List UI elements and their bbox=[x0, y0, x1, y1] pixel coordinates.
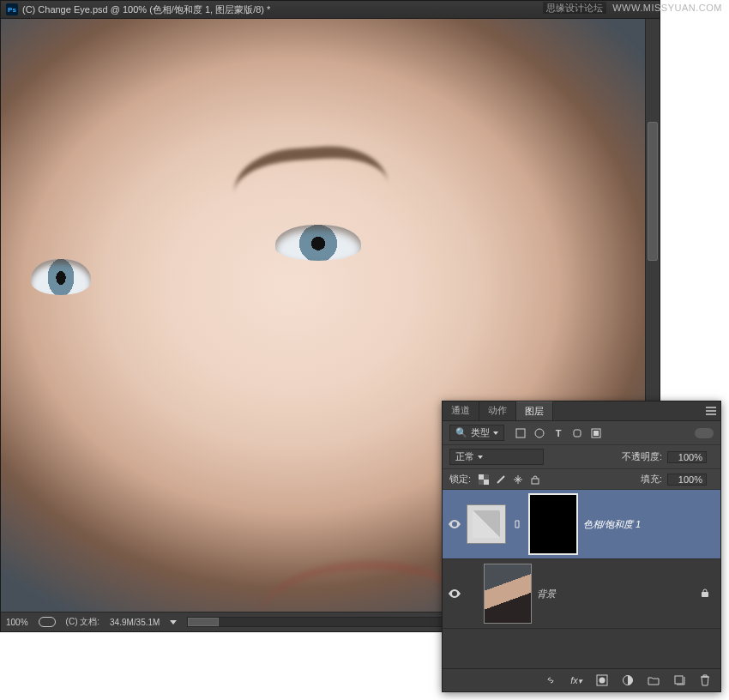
status-doc-label: (C) 文档: bbox=[66, 616, 99, 628]
fill-label: 填充: bbox=[641, 473, 662, 486]
layer-row-hue-saturation[interactable]: 色相/饱和度 1 bbox=[443, 490, 720, 559]
layer-filter-icons: T bbox=[515, 427, 602, 439]
chevron-down-icon bbox=[478, 456, 483, 459]
panel-menu-button[interactable] bbox=[702, 401, 720, 420]
chevron-down-icon bbox=[493, 431, 498, 435]
svg-rect-4 bbox=[593, 431, 599, 436]
lock-transparency-icon[interactable] bbox=[478, 474, 490, 486]
panel-tabs: 通道 动作 图层 bbox=[443, 401, 720, 421]
layers-panel: 通道 动作 图层 🔍 类型 T 正常 不透明度: 100% bbox=[442, 401, 721, 692]
tab-layers[interactable]: 图层 bbox=[516, 401, 553, 420]
link-icon[interactable] bbox=[513, 518, 521, 530]
watermark-site: 思缘设计论坛 bbox=[543, 2, 606, 14]
svg-rect-2 bbox=[574, 430, 581, 437]
photo-detail bbox=[275, 225, 361, 261]
lock-row: 锁定: 填充: 100% bbox=[443, 469, 720, 490]
blend-mode-value: 正常 bbox=[455, 450, 474, 463]
lock-position-icon[interactable] bbox=[512, 474, 524, 486]
fill-value: 100% bbox=[678, 474, 702, 485]
new-group-button[interactable] bbox=[647, 673, 660, 687]
filter-toggle[interactable] bbox=[695, 428, 714, 438]
svg-rect-0 bbox=[516, 429, 525, 438]
filter-type-icon[interactable]: T bbox=[552, 427, 564, 439]
svg-rect-7 bbox=[484, 480, 489, 485]
watermark-url: WWW.MISSYUAN.COM bbox=[612, 3, 722, 13]
eye-icon bbox=[449, 589, 461, 598]
svg-rect-13 bbox=[675, 676, 683, 684]
zoom-level[interactable]: 100% bbox=[6, 618, 28, 627]
blend-row: 正常 不透明度: 100% bbox=[443, 445, 720, 469]
eye-icon bbox=[449, 520, 461, 528]
svg-rect-8 bbox=[532, 479, 539, 484]
filter-shape-icon[interactable] bbox=[571, 427, 583, 439]
visibility-toggle[interactable] bbox=[448, 517, 461, 531]
svg-rect-9 bbox=[702, 592, 708, 597]
status-doc-sizes: 34.9M/35.1M bbox=[110, 618, 160, 627]
lock-icon bbox=[700, 588, 710, 598]
layer-name[interactable]: 背景 bbox=[537, 588, 695, 600]
photo-detail bbox=[232, 142, 389, 194]
tab-actions[interactable]: 动作 bbox=[479, 401, 516, 420]
new-layer-button[interactable] bbox=[672, 673, 686, 687]
blend-mode-dropdown[interactable]: 正常 bbox=[449, 449, 544, 465]
layer-locked-indicator bbox=[700, 588, 712, 600]
search-icon: 🔍 bbox=[455, 427, 467, 438]
opacity-field[interactable]: 100% bbox=[667, 451, 707, 463]
layer-style-button[interactable]: fx▾ bbox=[569, 673, 583, 687]
status-menu-caret-icon[interactable] bbox=[170, 620, 177, 625]
link-layers-button[interactable] bbox=[544, 673, 557, 687]
layer-thumbs bbox=[467, 493, 578, 555]
layer-row-background[interactable]: 背景 bbox=[443, 559, 720, 629]
svg-point-1 bbox=[535, 429, 544, 438]
layer-mask-thumb[interactable] bbox=[528, 493, 578, 555]
zoom-icon[interactable] bbox=[39, 617, 56, 627]
lock-icons bbox=[478, 474, 541, 486]
lock-all-icon[interactable] bbox=[529, 474, 541, 486]
svg-rect-6 bbox=[479, 474, 484, 480]
document-title: (C) Change Eye.psd @ 100% (色相/饱和度 1, 图层蒙… bbox=[22, 3, 270, 16]
panel-menu-icon bbox=[706, 407, 716, 415]
lock-label: 锁定: bbox=[449, 473, 471, 486]
scrollbar-thumb[interactable] bbox=[188, 618, 219, 626]
layer-filter-row: 🔍 类型 T bbox=[443, 421, 720, 445]
photo-detail bbox=[31, 259, 91, 295]
delete-layer-button[interactable] bbox=[698, 673, 712, 687]
layers-footer: fx▾ bbox=[443, 668, 720, 691]
opacity-value: 100% bbox=[678, 452, 702, 462]
filter-adjustment-icon[interactable] bbox=[533, 427, 545, 439]
visibility-toggle[interactable] bbox=[448, 587, 461, 600]
svg-point-11 bbox=[599, 678, 605, 684]
filter-smart-icon[interactable] bbox=[590, 427, 602, 439]
adjustment-thumb[interactable] bbox=[467, 504, 506, 544]
fill-field[interactable]: 100% bbox=[667, 474, 707, 486]
watermark: 思缘设计论坛 WWW.MISSYUAN.COM bbox=[543, 2, 722, 15]
opacity-label: 不透明度: bbox=[622, 450, 662, 463]
photoshop-icon: Ps bbox=[6, 3, 18, 15]
layer-name[interactable]: 色相/饱和度 1 bbox=[583, 518, 715, 531]
layer-list: 色相/饱和度 1 背景 bbox=[443, 490, 720, 668]
scrollbar-thumb[interactable] bbox=[648, 122, 658, 261]
tab-channels[interactable]: 通道 bbox=[443, 401, 479, 420]
layer-filter-kind-label: 类型 bbox=[471, 426, 490, 439]
add-mask-button[interactable] bbox=[595, 673, 609, 687]
layer-filter-kind[interactable]: 🔍 类型 bbox=[449, 425, 504, 441]
new-adjustment-button[interactable] bbox=[621, 673, 635, 687]
layer-thumb[interactable] bbox=[484, 564, 532, 624]
filter-pixel-icon[interactable] bbox=[515, 427, 527, 439]
lock-pixels-icon[interactable] bbox=[495, 474, 507, 486]
